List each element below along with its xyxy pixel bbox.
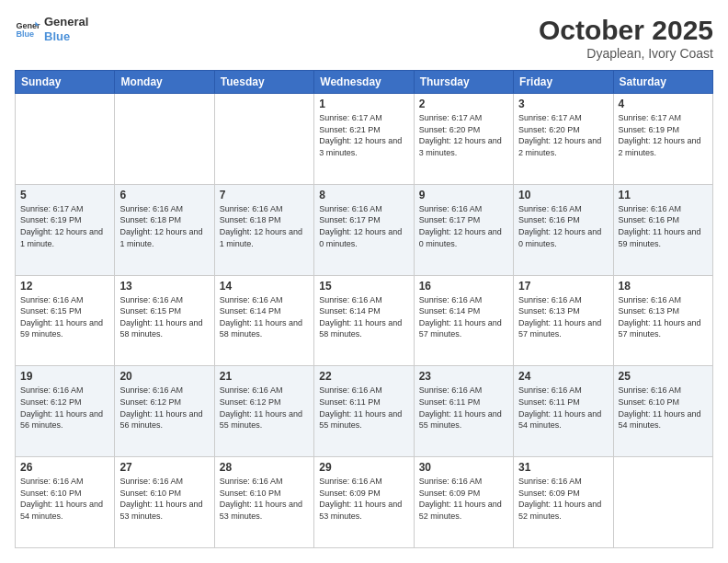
header: General Blue General Blue October 2025 D… — [15, 15, 713, 61]
calendar-cell: 6Sunrise: 6:16 AM Sunset: 6:18 PM Daylig… — [115, 184, 214, 275]
day-number: 23 — [419, 370, 508, 383]
day-number: 11 — [619, 189, 708, 201]
day-number: 8 — [319, 189, 408, 201]
day-info: Sunrise: 6:16 AM Sunset: 6:10 PM Dayligh… — [119, 476, 209, 522]
day-number: 5 — [20, 189, 109, 201]
day-info: Sunrise: 6:16 AM Sunset: 6:12 PM Dayligh… — [119, 385, 209, 431]
day-number: 28 — [220, 461, 309, 474]
calendar-table: SundayMondayTuesdayWednesdayThursdayFrid… — [15, 70, 713, 548]
calendar-cell: 1Sunrise: 6:17 AM Sunset: 6:21 PM Daylig… — [314, 94, 414, 185]
day-info: Sunrise: 6:17 AM Sunset: 6:19 PM Dayligh… — [20, 203, 109, 249]
day-info: Sunrise: 6:16 AM Sunset: 6:12 PM Dayligh… — [20, 385, 109, 431]
day-number: 7 — [220, 189, 309, 201]
day-info: Sunrise: 6:16 AM Sunset: 6:14 PM Dayligh… — [319, 294, 408, 340]
calendar-cell — [214, 94, 313, 185]
weekday-header-tuesday: Tuesday — [214, 71, 313, 94]
calendar-cell: 25Sunrise: 6:16 AM Sunset: 6:10 PM Dayli… — [613, 366, 712, 457]
day-info: Sunrise: 6:16 AM Sunset: 6:13 PM Dayligh… — [518, 294, 608, 340]
day-number: 12 — [20, 280, 109, 293]
calendar-row-4: 26Sunrise: 6:16 AM Sunset: 6:10 PM Dayli… — [16, 457, 713, 548]
day-number: 14 — [220, 280, 309, 293]
weekday-header-friday: Friday — [514, 71, 613, 94]
logo: General Blue General Blue — [15, 15, 88, 43]
calendar-cell: 18Sunrise: 6:16 AM Sunset: 6:13 PM Dayli… — [613, 275, 712, 366]
weekday-header-row: SundayMondayTuesdayWednesdayThursdayFrid… — [16, 71, 713, 94]
calendar-cell: 30Sunrise: 6:16 AM Sunset: 6:09 PM Dayli… — [414, 457, 513, 548]
weekday-header-wednesday: Wednesday — [314, 71, 414, 94]
day-info: Sunrise: 6:16 AM Sunset: 6:14 PM Dayligh… — [419, 294, 508, 340]
day-info: Sunrise: 6:17 AM Sunset: 6:20 PM Dayligh… — [419, 112, 508, 158]
day-info: Sunrise: 6:16 AM Sunset: 6:12 PM Dayligh… — [220, 385, 309, 431]
day-info: Sunrise: 6:17 AM Sunset: 6:19 PM Dayligh… — [619, 112, 708, 158]
calendar-cell: 26Sunrise: 6:16 AM Sunset: 6:10 PM Dayli… — [16, 457, 115, 548]
calendar-cell: 20Sunrise: 6:16 AM Sunset: 6:12 PM Dayli… — [115, 366, 214, 457]
calendar-cell: 10Sunrise: 6:16 AM Sunset: 6:16 PM Dayli… — [514, 184, 613, 275]
calendar-cell: 17Sunrise: 6:16 AM Sunset: 6:13 PM Dayli… — [514, 275, 613, 366]
calendar-row-1: 5Sunrise: 6:17 AM Sunset: 6:19 PM Daylig… — [16, 184, 713, 275]
calendar-cell: 27Sunrise: 6:16 AM Sunset: 6:10 PM Dayli… — [115, 457, 214, 548]
page: General Blue General Blue October 2025 D… — [0, 0, 728, 563]
day-number: 4 — [619, 98, 708, 110]
day-info: Sunrise: 6:16 AM Sunset: 6:11 PM Dayligh… — [319, 385, 408, 431]
day-number: 16 — [419, 280, 508, 293]
day-number: 21 — [220, 370, 309, 383]
day-number: 19 — [20, 370, 109, 383]
calendar-cell: 21Sunrise: 6:16 AM Sunset: 6:12 PM Dayli… — [214, 366, 313, 457]
calendar-cell: 11Sunrise: 6:16 AM Sunset: 6:16 PM Dayli… — [613, 184, 712, 275]
day-info: Sunrise: 6:16 AM Sunset: 6:15 PM Dayligh… — [20, 294, 109, 340]
calendar-cell: 31Sunrise: 6:16 AM Sunset: 6:09 PM Dayli… — [514, 457, 613, 548]
calendar-cell: 2Sunrise: 6:17 AM Sunset: 6:20 PM Daylig… — [414, 94, 513, 185]
day-info: Sunrise: 6:17 AM Sunset: 6:21 PM Dayligh… — [319, 112, 408, 158]
day-number: 25 — [619, 370, 708, 383]
calendar-cell: 9Sunrise: 6:16 AM Sunset: 6:17 PM Daylig… — [414, 184, 513, 275]
day-info: Sunrise: 6:16 AM Sunset: 6:18 PM Dayligh… — [119, 203, 209, 249]
day-info: Sunrise: 6:17 AM Sunset: 6:20 PM Dayligh… — [518, 112, 608, 158]
day-number: 24 — [518, 370, 608, 383]
logo-line1: General — [44, 15, 88, 29]
day-info: Sunrise: 6:16 AM Sunset: 6:15 PM Dayligh… — [119, 294, 209, 340]
calendar-cell: 4Sunrise: 6:17 AM Sunset: 6:19 PM Daylig… — [613, 94, 712, 185]
day-number: 17 — [518, 280, 608, 293]
day-info: Sunrise: 6:16 AM Sunset: 6:10 PM Dayligh… — [20, 476, 109, 522]
day-info: Sunrise: 6:16 AM Sunset: 6:10 PM Dayligh… — [220, 476, 309, 522]
calendar-cell — [115, 94, 214, 185]
day-number: 26 — [20, 461, 109, 474]
calendar-cell: 14Sunrise: 6:16 AM Sunset: 6:14 PM Dayli… — [214, 275, 313, 366]
calendar-cell: 8Sunrise: 6:16 AM Sunset: 6:17 PM Daylig… — [314, 184, 414, 275]
svg-text:Blue: Blue — [16, 29, 34, 39]
day-number: 10 — [518, 189, 608, 201]
calendar-cell — [16, 94, 115, 185]
logo-icon: General Blue — [15, 17, 40, 42]
weekday-header-thursday: Thursday — [414, 71, 513, 94]
calendar-row-3: 19Sunrise: 6:16 AM Sunset: 6:12 PM Dayli… — [16, 366, 713, 457]
day-info: Sunrise: 6:16 AM Sunset: 6:18 PM Dayligh… — [220, 203, 309, 249]
day-info: Sunrise: 6:16 AM Sunset: 6:09 PM Dayligh… — [319, 476, 408, 522]
day-number: 2 — [419, 98, 508, 110]
calendar-cell: 3Sunrise: 6:17 AM Sunset: 6:20 PM Daylig… — [514, 94, 613, 185]
calendar-cell: 23Sunrise: 6:16 AM Sunset: 6:11 PM Dayli… — [414, 366, 513, 457]
day-number: 31 — [518, 461, 608, 474]
day-info: Sunrise: 6:16 AM Sunset: 6:17 PM Dayligh… — [419, 203, 508, 249]
day-number: 15 — [319, 280, 408, 293]
day-number: 30 — [419, 461, 508, 474]
calendar-row-2: 12Sunrise: 6:16 AM Sunset: 6:15 PM Dayli… — [16, 275, 713, 366]
day-number: 6 — [119, 189, 209, 201]
day-number: 22 — [319, 370, 408, 383]
location: Dyaplean, Ivory Coast — [539, 46, 713, 61]
day-number: 18 — [619, 280, 708, 293]
day-number: 1 — [319, 98, 408, 110]
logo-line2: Blue — [44, 29, 88, 44]
day-info: Sunrise: 6:16 AM Sunset: 6:09 PM Dayligh… — [518, 476, 608, 522]
day-number: 13 — [119, 280, 209, 293]
day-number: 20 — [119, 370, 209, 383]
day-info: Sunrise: 6:16 AM Sunset: 6:17 PM Dayligh… — [319, 203, 408, 249]
calendar-cell: 29Sunrise: 6:16 AM Sunset: 6:09 PM Dayli… — [314, 457, 414, 548]
day-info: Sunrise: 6:16 AM Sunset: 6:10 PM Dayligh… — [619, 385, 708, 431]
day-info: Sunrise: 6:16 AM Sunset: 6:16 PM Dayligh… — [619, 203, 708, 249]
day-info: Sunrise: 6:16 AM Sunset: 6:14 PM Dayligh… — [220, 294, 309, 340]
weekday-header-saturday: Saturday — [613, 71, 712, 94]
title-block: October 2025 Dyaplean, Ivory Coast — [539, 15, 713, 61]
day-info: Sunrise: 6:16 AM Sunset: 6:16 PM Dayligh… — [518, 203, 608, 249]
calendar-cell: 16Sunrise: 6:16 AM Sunset: 6:14 PM Dayli… — [414, 275, 513, 366]
calendar-cell — [613, 457, 712, 548]
